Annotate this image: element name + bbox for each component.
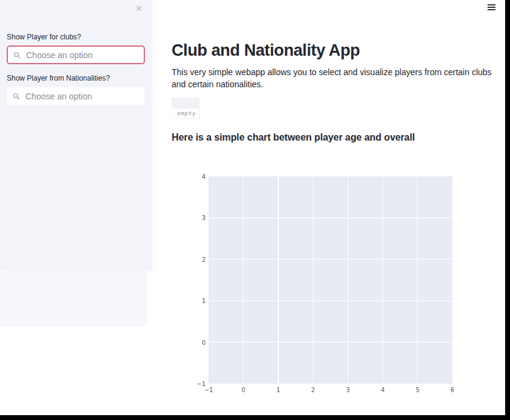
window-bottom-edge	[0, 415, 510, 420]
chart-x-tick-label: 1	[277, 387, 280, 393]
chart-gridline-horizontal	[209, 301, 452, 301]
chart-y-tick-label: 4	[202, 173, 206, 180]
hamburger-menu-icon[interactable]	[488, 4, 495, 10]
chart-gridline-vertical	[278, 176, 278, 384]
sidebar-close-icon[interactable]: ✕	[133, 2, 145, 15]
hamburger-bar	[488, 9, 495, 10]
chart-y-tick-label: 1	[202, 298, 206, 304]
chart-x-tick-label: 6	[451, 387, 454, 393]
chart-y-tick-label: −1	[196, 381, 206, 387]
chart-gridline-vertical	[383, 176, 383, 384]
clubs-select-label: Show Player for clubs?	[7, 33, 81, 41]
chart-y-tick-label: 2	[202, 256, 206, 262]
chart-plot-area	[209, 176, 452, 384]
sidebar-resize-artifact	[2, 272, 10, 273]
chart-gridline-horizontal	[209, 218, 452, 218]
chart-figure: −10123456−101234	[172, 158, 487, 400]
chart-x-tick-label: 3	[346, 387, 350, 393]
chart-y-tick-label: 3	[202, 215, 206, 221]
empty-dataframe-header-cell	[172, 98, 200, 108]
page-title: Club and Nationality App	[172, 40, 360, 61]
chart-x-tick-label: 2	[311, 387, 315, 393]
page-description: This very simple webapp allows you to se…	[172, 67, 494, 90]
chart-x-tick-label: −1	[204, 387, 213, 393]
nationalities-select[interactable]: Choose an option	[7, 87, 145, 105]
hamburger-bar	[488, 4, 495, 5]
search-icon	[13, 52, 21, 59]
window-right-edge	[505, 0, 510, 420]
empty-dataframe-cell: empty	[172, 108, 200, 119]
chart-x-tick-label: 0	[241, 387, 245, 393]
sidebar-lower-panel	[0, 271, 147, 326]
clubs-select-placeholder: Choose an option	[26, 50, 93, 60]
chart-heading: Here is a simple chart between player ag…	[172, 132, 415, 143]
chart-gridline-horizontal	[209, 342, 452, 342]
chart-gridline-vertical	[313, 176, 314, 384]
nationalities-select-label: Show Player from Nationalities?	[7, 74, 110, 82]
search-icon	[13, 93, 20, 100]
clubs-select[interactable]: Choose an option	[7, 45, 145, 64]
nationalities-select-placeholder: Choose an option	[25, 92, 92, 101]
chart-gridline-vertical	[243, 176, 244, 384]
chart-gridline-vertical	[417, 176, 418, 384]
chart-x-tick-label: 4	[381, 387, 384, 393]
chart-gridline-horizontal	[209, 259, 452, 259]
chart-y-tick-label: 0	[202, 339, 206, 345]
chart-x-tick-label: 5	[415, 387, 419, 393]
chart-gridline-vertical	[347, 176, 348, 384]
app-window: ✕ Show Player for clubs? Choose an optio…	[0, 0, 510, 420]
hamburger-bar	[488, 7, 495, 8]
